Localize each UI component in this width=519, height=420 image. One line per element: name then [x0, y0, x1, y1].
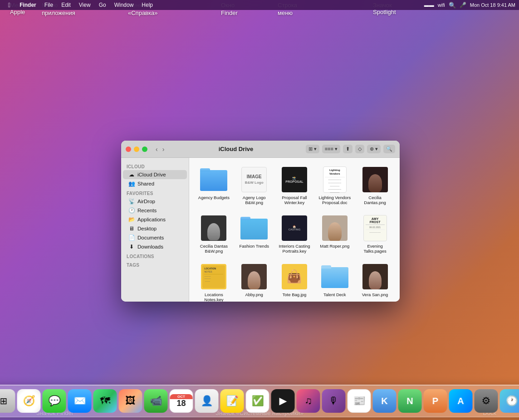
locations-header: Locations [121, 251, 189, 260]
file-item-ageny-logo[interactable]: IMAGE B&W Logo Ageny Logo B&W.png [235, 163, 274, 208]
airdrop-icon: 📡 [128, 198, 135, 205]
file-thumb-interiors: 🏠CASTING [281, 215, 308, 242]
apple-menu[interactable]:  [4, 0, 15, 10]
dock-music[interactable]: ♫ [297, 389, 320, 413]
file-item-agency-budgets[interactable]: Agency Budgets [195, 163, 233, 208]
view-toggle-btn[interactable]: ⊞ ▾ [306, 145, 319, 153]
share-btn[interactable]: ⬆ [343, 145, 353, 153]
documents-icon: 📄 [128, 234, 135, 241]
dock-notes[interactable]: 📝 [220, 389, 244, 413]
menubar-window[interactable]: Window [111, 0, 137, 10]
forward-button[interactable]: › [161, 145, 166, 154]
dock-system-prefs[interactable]: ⚙ [475, 389, 498, 413]
dock-maps[interactable]: 🗺 [93, 389, 117, 413]
file-item-fashion-trends[interactable]: Fashion Trends [235, 212, 274, 257]
dock-launchpad[interactable]: ⊞ [0, 389, 15, 413]
desktop-icon: 🖥 [128, 225, 135, 232]
file-thumb-abby [240, 263, 268, 290]
menubar-finder[interactable]: Finder [16, 0, 40, 10]
nav-buttons: ‹ › [154, 145, 166, 154]
menubar-view[interactable]: View [75, 0, 94, 10]
dock-keynote[interactable]: K [373, 389, 397, 413]
icloud-drive-icon: ☁ [128, 171, 135, 178]
dock-contacts[interactable]: 👤 [195, 389, 219, 413]
dock-messages[interactable]: 💬 [43, 389, 66, 413]
sidebar-item-shared[interactable]: 👥 Shared [123, 179, 187, 188]
finder-sidebar: iCloud ☁ iCloud Drive 👥 Shared Favorites… [121, 158, 189, 302]
siri-icon[interactable]: 🎤 [460, 2, 466, 8]
finder-toolbar-right: ⊞ ▾ ≡≡≡ ▾ ⬆ ◇ ⊕ ▾ 🔍 [306, 145, 395, 153]
dock-appletv[interactable]: ▶ [271, 389, 295, 413]
downloads-icon: ⬇ [128, 244, 135, 250]
file-thumb-cecilia-bw [200, 215, 227, 242]
dock-screen-time[interactable]: 🕐 [500, 389, 519, 413]
sidebar-item-icloud-drive[interactable]: ☁ iCloud Drive [123, 170, 187, 179]
file-item-abby[interactable]: Abby.png [235, 260, 274, 302]
dock-numbers[interactable]: N [398, 389, 422, 413]
file-item-proposal-fall[interactable]: 📸PROPOSAL Proposal Fall Winter.key [275, 163, 314, 208]
dock-appstore[interactable]: A [449, 389, 473, 413]
menubar-edit[interactable]: Edit [58, 0, 74, 10]
dock-news[interactable]: 📰 [348, 389, 371, 413]
file-name: Abby.png [245, 292, 263, 297]
close-button[interactable] [126, 147, 131, 152]
file-name: Vera San.png [362, 292, 388, 297]
menu-bar:  Finder File Edit View Go Window Help ▬… [0, 0, 519, 10]
spotlight-icon[interactable]: 🔍 [449, 2, 456, 9]
file-item-cecilia-dantas[interactable]: Cecilia Dantas.png [356, 163, 394, 208]
file-name: Agency Budgets [198, 195, 230, 200]
file-thumb-agency-budgets [200, 166, 227, 193]
finder-body: iCloud ☁ iCloud Drive 👥 Shared Favorites… [121, 158, 400, 302]
menubar-file[interactable]: File [41, 0, 57, 10]
file-name: Evening Talks.pages [359, 244, 392, 254]
file-item-interiors[interactable]: 🏠CASTING Interiors Casting Portraits.key [275, 212, 314, 257]
menubar-help[interactable]: Help [138, 0, 157, 10]
icloud-header: iCloud [121, 161, 189, 170]
file-name: Locations Notes.key [197, 292, 230, 302]
search-btn[interactable]: 🔍 [383, 145, 395, 153]
file-thumb-lighting: Lighting Vendors ──────── ──────── ─────… [321, 166, 348, 193]
dock-podcasts[interactable]: 🎙 [322, 389, 346, 413]
action-btn[interactable]: ⊕ ▾ [367, 145, 381, 153]
applications-icon: 📂 [128, 216, 135, 223]
back-button[interactable]: ‹ [154, 145, 160, 154]
file-thumb-tote: 👜 [281, 263, 308, 290]
dock-photos[interactable]: 🖼 [119, 389, 142, 413]
sidebar-item-documents[interactable]: 📄 Documents [123, 233, 187, 242]
file-name: Ageny Logo B&W.png [238, 195, 270, 205]
file-thumb-talent [321, 263, 348, 290]
minimize-button[interactable] [134, 147, 139, 152]
dock-facetime[interactable]: 📹 [144, 389, 168, 413]
sidebar-item-desktop[interactable]: 🖥 Desktop [123, 224, 187, 233]
file-name: Fashion Trends [239, 244, 269, 249]
menubar-left:  Finder File Edit View Go Window Help [4, 0, 424, 10]
file-thumb-fashion [240, 215, 268, 242]
file-item-locations-notes[interactable]: LOCATION NOTES ────────────── Locations … [195, 260, 233, 302]
sidebar-item-airdrop[interactable]: 📡 AirDrop [123, 197, 187, 206]
sort-btn[interactable]: ≡≡≡ ▾ [322, 145, 340, 153]
tag-btn[interactable]: ◇ [355, 145, 364, 153]
menubar-go[interactable]: Go [95, 0, 110, 10]
sidebar-item-downloads[interactable]: ⬇ Downloads [123, 242, 187, 251]
file-item-tote-bag[interactable]: 👜 Tote Bag.jpg [275, 260, 314, 302]
dock-safari[interactable]: 🧭 [17, 389, 41, 413]
maximize-button[interactable] [142, 147, 147, 152]
file-name: Cecilia Dantas B&W.png [197, 244, 230, 254]
file-item-cecilia-bw[interactable]: Cecilia Dantas B&W.png [195, 212, 233, 257]
file-thumb-locations: LOCATION NOTES ────────────── [200, 263, 227, 290]
file-item-talent-deck[interactable]: Talent Deck [315, 260, 354, 302]
file-item-matt-roper[interactable]: Matt Roper.png [315, 212, 354, 257]
file-name: Talent Deck [323, 292, 346, 297]
sidebar-item-applications[interactable]: 📂 Applications [123, 215, 187, 224]
file-item-vera-san[interactable]: Vera San.png [356, 260, 394, 302]
sidebar-item-recents[interactable]: 🕐 Recents [123, 206, 187, 215]
file-item-evening-talks[interactable]: AMYFROST 06.02.2021 ─────── Evening Talk… [356, 212, 394, 257]
menubar-right: ▬▬ wifi 🔍 🎤 Mon Oct 18 9:41 AM [424, 2, 515, 9]
dock-calendar[interactable]: OCT 18 [170, 389, 193, 413]
file-thumb-proposal: 📸PROPOSAL [281, 166, 308, 193]
file-item-lighting-vendors[interactable]: Lighting Vendors ──────── ──────── ─────… [315, 163, 354, 208]
dock-reminders[interactable]: ✅ [246, 389, 269, 413]
dock-pages[interactable]: P [424, 389, 447, 413]
dock-mail[interactable]: ✉️ [68, 389, 92, 413]
file-thumb-vera [362, 263, 389, 290]
